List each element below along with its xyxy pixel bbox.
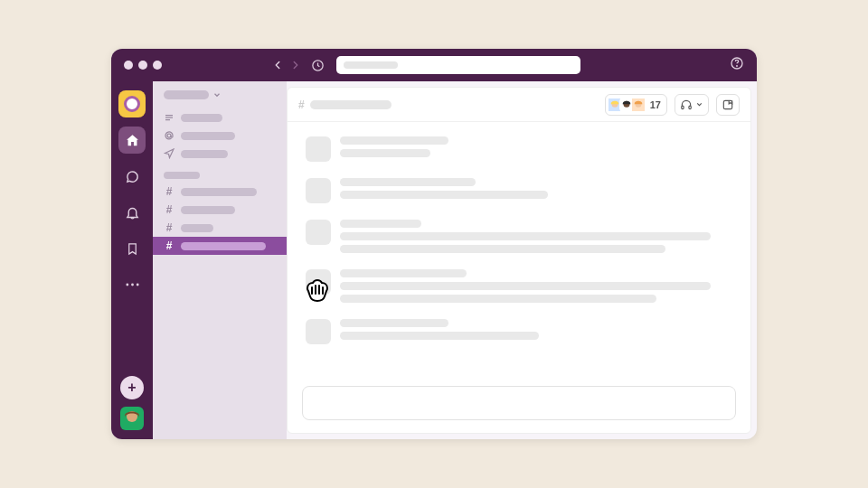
- hash-icon: #: [164, 222, 175, 233]
- help-icon[interactable]: [730, 56, 744, 74]
- sidebar-item-label: [181, 114, 222, 122]
- channel-item[interactable]: #: [153, 201, 287, 219]
- canvas-icon: [722, 99, 734, 111]
- message-composer[interactable]: [302, 386, 736, 420]
- workspace-rail: +: [111, 81, 153, 439]
- rail-home[interactable]: [118, 127, 146, 154]
- titlebar: [111, 49, 757, 81]
- channel-header: # 17: [288, 88, 750, 122]
- headphones-icon: [680, 99, 693, 111]
- channel-item-selected[interactable]: #: [153, 237, 287, 255]
- workspace-header[interactable]: [153, 90, 287, 108]
- channel-item[interactable]: #: [153, 183, 287, 201]
- main-panel: # 17: [287, 87, 751, 434]
- chevron-down-icon: [695, 100, 703, 108]
- rail-activity[interactable]: [118, 199, 146, 226]
- chevron-down-icon: [212, 90, 222, 99]
- svg-rect-22: [723, 100, 731, 108]
- svg-rect-20: [682, 106, 684, 109]
- workspace-switcher[interactable]: [118, 90, 146, 117]
- search-placeholder: [344, 61, 398, 69]
- svg-point-5: [136, 284, 138, 286]
- huddle-button[interactable]: [675, 94, 709, 116]
- mentions-icon: [164, 130, 175, 141]
- members-button[interactable]: 17: [605, 94, 667, 116]
- nav-back-icon[interactable]: [271, 59, 284, 71]
- channel-title[interactable]: [310, 100, 392, 109]
- channel-sidebar: # # # #: [153, 81, 287, 439]
- hash-icon: #: [164, 186, 175, 197]
- message-avatar: [306, 136, 331, 162]
- workspace-name: [164, 90, 209, 99]
- nav-controls: [271, 59, 325, 72]
- message[interactable]: [306, 269, 732, 303]
- search-input[interactable]: [336, 56, 580, 74]
- channel-name: [181, 188, 257, 196]
- sidebar-item-label: [181, 150, 228, 158]
- rail-more[interactable]: [118, 271, 146, 298]
- hash-icon: #: [298, 99, 305, 110]
- window-controls: [124, 61, 162, 70]
- canvas-button[interactable]: [716, 94, 740, 116]
- message[interactable]: [306, 220, 732, 253]
- sidebar-item-threads[interactable]: [153, 108, 287, 127]
- workspace-logo-icon: [124, 96, 140, 112]
- svg-rect-21: [689, 106, 691, 109]
- svg-point-3: [126, 284, 128, 286]
- svg-rect-8: [126, 424, 138, 430]
- hash-icon: #: [164, 240, 175, 251]
- message[interactable]: [306, 178, 732, 203]
- message-list: [288, 122, 750, 377]
- message[interactable]: [306, 136, 732, 162]
- channel-name: [181, 224, 213, 232]
- threads-icon: [164, 112, 175, 123]
- channels-section-header[interactable]: [164, 172, 200, 179]
- window-minimize[interactable]: [138, 61, 147, 70]
- sidebar-item-label: [181, 132, 235, 140]
- history-icon[interactable]: [311, 59, 325, 72]
- svg-point-4: [131, 284, 134, 286]
- hash-icon: #: [164, 204, 175, 215]
- channel-item[interactable]: #: [153, 219, 287, 237]
- sidebar-item-mentions[interactable]: [153, 127, 287, 145]
- svg-point-2: [737, 66, 738, 67]
- nav-forward-icon[interactable]: [289, 59, 302, 71]
- rail-bookmarks[interactable]: [118, 235, 146, 262]
- rail-dms[interactable]: [118, 163, 146, 190]
- channel-name: [181, 242, 266, 250]
- message-avatar: [306, 319, 331, 344]
- channel-name: [181, 206, 235, 214]
- add-workspace-button[interactable]: +: [120, 376, 144, 399]
- member-count: 17: [650, 99, 661, 110]
- message[interactable]: [306, 319, 732, 344]
- member-avatar: [631, 98, 646, 112]
- app-window: +: [111, 49, 757, 439]
- app-body: +: [111, 81, 757, 439]
- user-avatar[interactable]: [120, 407, 144, 430]
- drafts-icon: [164, 148, 175, 159]
- sidebar-item-drafts[interactable]: [153, 145, 287, 163]
- window-close[interactable]: [124, 61, 133, 70]
- message-avatar: [306, 178, 331, 203]
- svg-marker-13: [165, 149, 175, 158]
- window-maximize[interactable]: [153, 61, 162, 70]
- message-avatar: [306, 220, 331, 245]
- message-avatar: [306, 269, 331, 295]
